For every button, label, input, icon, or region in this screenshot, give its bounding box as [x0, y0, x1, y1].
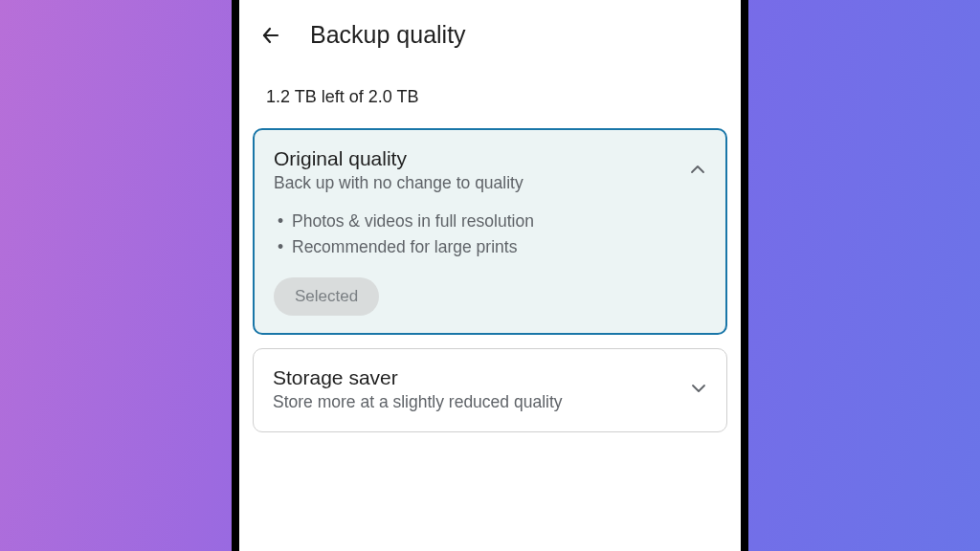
option-title: Original quality: [274, 147, 706, 170]
option-title: Storage saver: [273, 366, 707, 389]
detail-bullet: Recommended for large prints: [278, 234, 706, 260]
phone-frame: Backup quality 1.2 TB left of 2.0 TB Ori…: [232, 0, 748, 551]
chevron-up-icon[interactable]: [687, 159, 708, 180]
back-icon[interactable]: [258, 23, 283, 48]
storage-remaining: 1.2 TB left of 2.0 TB: [239, 58, 741, 128]
option-subtitle: Store more at a slightly reduced quality: [273, 391, 707, 414]
selected-badge: Selected: [274, 277, 379, 316]
chevron-down-icon[interactable]: [688, 378, 709, 399]
app-bar: Backup quality: [239, 0, 741, 58]
option-details-list: Photos & videos in full resolution Recom…: [274, 195, 706, 260]
option-original-quality[interactable]: Original quality Back up with no change …: [253, 128, 727, 335]
detail-bullet: Photos & videos in full resolution: [278, 209, 706, 234]
screen: Backup quality 1.2 TB left of 2.0 TB Ori…: [239, 0, 741, 551]
option-storage-saver[interactable]: Storage saver Store more at a slightly r…: [253, 348, 727, 432]
quality-options: Original quality Back up with no change …: [239, 128, 741, 432]
option-subtitle: Back up with no change to quality: [274, 172, 706, 195]
page-title: Backup quality: [310, 21, 466, 49]
